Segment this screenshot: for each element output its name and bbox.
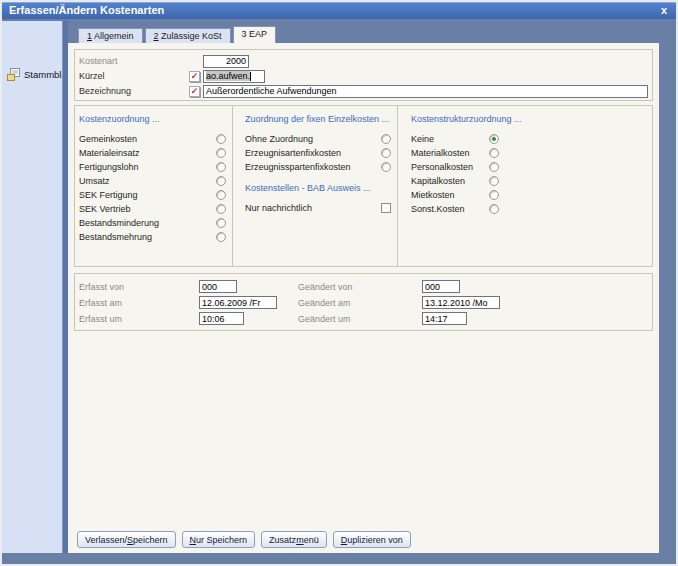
option-row: SEK Vertrieb	[79, 203, 226, 215]
option-radio[interactable]	[489, 176, 499, 186]
option-label: SEK Vertrieb	[79, 204, 131, 214]
bezeichnung-check-icon[interactable]: ✓	[189, 86, 200, 97]
kostenart-label: Kostenart	[79, 56, 189, 66]
text-caret	[250, 72, 251, 81]
option-row: Fertigungslohn	[79, 161, 226, 173]
kostenzuordnung-column: Kostenzuordnung ... Gemeinkosten Materia…	[75, 106, 233, 266]
kostenart-row: Kostenart 2000	[79, 54, 648, 68]
option-row: Bestandsmehrung	[79, 231, 226, 243]
geaendert-am-label: Geändert am	[298, 298, 422, 308]
erfasst-um-label: Erfasst um	[79, 314, 199, 324]
erfasst-section: Erfasst von 000 Erfasst am 12.06.2009 /F…	[79, 279, 298, 330]
zusatzmenu-button[interactable]: Zusatzmenü	[261, 531, 327, 548]
option-radio[interactable]	[216, 134, 226, 144]
option-label: Kapitalkosten	[411, 176, 465, 186]
option-label: SEK Fertigung	[79, 190, 138, 200]
fixe-einzelkosten-options: Ohne Zuordnung Erzeugnisartenfixkosten E…	[245, 133, 391, 173]
kostenstruktur-column: Kostenstrukturzuordnung ... Keine Materi…	[398, 106, 652, 266]
option-label: Bestandsminderung	[79, 218, 159, 228]
bezeichnung-label: Bezeichnung	[79, 86, 189, 96]
close-icon[interactable]: x	[661, 2, 667, 18]
sidebar-item-stammblatt[interactable]: Stammblatt	[7, 68, 62, 81]
kostenart-field[interactable]: 2000	[203, 55, 249, 68]
geaendert-von-label: Geändert von	[298, 282, 422, 292]
option-radio[interactable]	[489, 162, 499, 172]
option-label: Personalkosten	[411, 162, 473, 172]
option-radio[interactable]	[381, 148, 391, 158]
identification-group: Kostenart 2000 Kürzel ✓ ao.aufwen. Bezei…	[74, 49, 653, 101]
kuerzel-field[interactable]: ao.aufwen.	[203, 70, 265, 83]
fixe-einzelkosten-column: Zuordnung der fixen Einzelkosten ... Ohn…	[233, 106, 398, 266]
main-panel: Kostenart 2000 Kürzel ✓ ao.aufwen. Bezei…	[68, 43, 659, 553]
option-radio[interactable]	[216, 218, 226, 228]
option-radio[interactable]	[216, 204, 226, 214]
action-bar: Verlassen/Speichern Nur Speichern Zusatz…	[77, 531, 411, 548]
option-radio[interactable]	[489, 190, 499, 200]
option-row: Keine	[411, 133, 499, 145]
nur-speichern-button[interactable]: Nur Speichern	[182, 531, 256, 548]
option-label: Materialkosten	[411, 148, 470, 158]
option-row: Bestandsminderung	[79, 217, 226, 229]
erfasst-von-field[interactable]: 000	[199, 280, 237, 293]
option-checkbox[interactable]	[381, 203, 391, 213]
option-label: Keine	[411, 134, 434, 144]
stammblatt-icon	[7, 68, 20, 81]
option-radio[interactable]	[489, 134, 499, 144]
option-radio[interactable]	[489, 204, 499, 214]
option-label: Ohne Zuordnung	[245, 134, 313, 144]
option-row: Erzeugnisartenfixkosten	[245, 147, 391, 159]
option-label: Fertigungslohn	[79, 162, 139, 172]
kostenstruktur-options: Keine Materialkosten Personalkosten Kapi…	[411, 133, 646, 215]
kostenart-icon-slot	[189, 56, 200, 67]
bezeichnung-row: Bezeichnung ✓ Außerordentliche Aufwendun…	[79, 84, 648, 98]
option-radio[interactable]	[216, 232, 226, 242]
kostenstruktur-title: Kostenstrukturzuordnung ...	[411, 114, 646, 124]
tab-zulaessige-kost[interactable]: 2 Zulässige KoSt	[145, 28, 231, 43]
verlassen-speichern-button[interactable]: Verlassen/Speichern	[77, 531, 176, 548]
option-radio[interactable]	[216, 162, 226, 172]
option-row: Gemeinkosten	[79, 133, 226, 145]
fixe-einzelkosten-title: Zuordnung der fixen Einzelkosten ...	[245, 114, 391, 124]
geaendert-um-label: Geändert um	[298, 314, 422, 324]
geaendert-von-row: Geändert von 000	[298, 279, 652, 294]
window-title: Erfassen/Ändern Kostenarten	[9, 4, 164, 16]
duplizieren-von-button[interactable]: Duplizieren von	[333, 531, 411, 548]
geaendert-von-field[interactable]: 000	[422, 280, 460, 293]
geaendert-am-field[interactable]: 13.12.2010 /Mo	[422, 296, 500, 309]
kostenzuordnung-options: Gemeinkosten Materialeinsatz Fertigungsl…	[79, 133, 226, 243]
option-radio[interactable]	[489, 148, 499, 158]
erfasst-von-label: Erfasst von	[79, 282, 199, 292]
option-radio[interactable]	[216, 176, 226, 186]
option-radio[interactable]	[381, 162, 391, 172]
option-row: Kapitalkosten	[411, 175, 499, 187]
geaendert-um-field[interactable]: 14:17	[422, 312, 467, 325]
option-label: Bestandsmehrung	[79, 232, 152, 242]
tab-label: Zulässige KoSt	[159, 31, 222, 41]
option-row: Mietkosten	[411, 189, 499, 201]
kostenstellen-bab-options: Nur nachrichtlich	[245, 202, 391, 214]
option-row: Erzeugnisspartenfixkosten	[245, 161, 391, 173]
kuerzel-selected-text: ao.aufwen.	[206, 71, 250, 81]
option-radio[interactable]	[216, 190, 226, 200]
option-row: SEK Fertigung	[79, 189, 226, 201]
option-label: Mietkosten	[411, 190, 455, 200]
erfasst-um-field[interactable]: 10:06	[199, 312, 244, 325]
sidebar: Stammblatt	[2, 21, 62, 553]
tab-label: Allgemein	[92, 31, 134, 41]
erfasst-am-field[interactable]: 12.06.2009 /Fr	[199, 296, 277, 309]
option-label: Erzeugnisartenfixkosten	[245, 148, 341, 158]
tab-allgemein[interactable]: 1 Allgemein	[78, 28, 143, 43]
option-radio[interactable]	[381, 134, 391, 144]
geaendert-um-row: Geändert um 14:17	[298, 311, 652, 326]
kuerzel-row: Kürzel ✓ ao.aufwen.	[79, 69, 648, 83]
kostenstellen-bab-title: Kostenstellen - BAB Ausweis ...	[245, 183, 391, 193]
bezeichnung-field[interactable]: Außerordentliche Aufwendungen	[203, 85, 648, 98]
option-label: Erzeugnisspartenfixkosten	[245, 162, 351, 172]
audit-group: Erfasst von 000 Erfasst am 12.06.2009 /F…	[74, 273, 653, 331]
kuerzel-check-icon[interactable]: ✓	[189, 71, 200, 82]
tab-eap[interactable]: 3 EAP	[233, 26, 277, 43]
option-radio[interactable]	[216, 148, 226, 158]
tab-label: EAP	[247, 29, 268, 39]
option-row: Personalkosten	[411, 161, 499, 173]
app-window: Erfassen/Ändern Kostenarten x Stammblatt…	[0, 0, 678, 566]
